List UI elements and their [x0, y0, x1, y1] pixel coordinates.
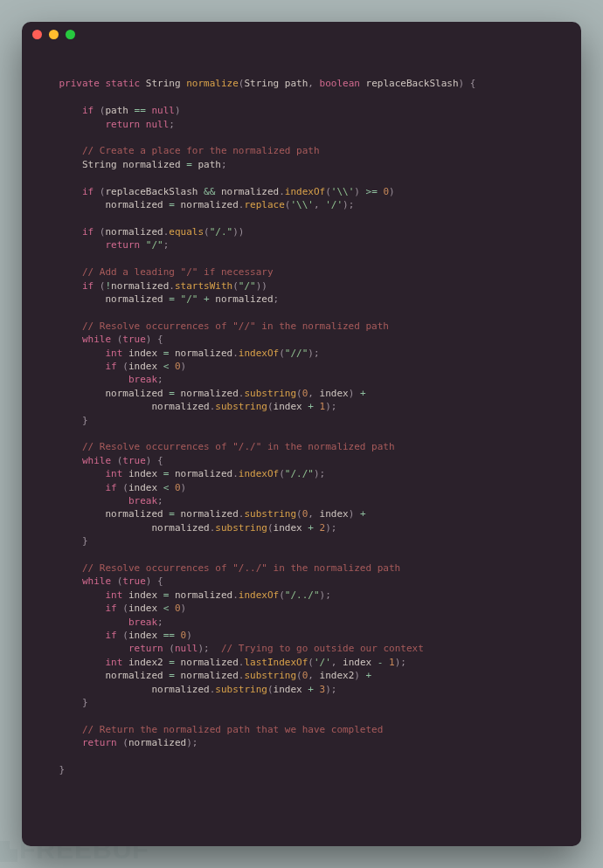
code-token-pun: [175, 388, 181, 399]
code-token-type: String: [82, 159, 117, 170]
code-token-pun: (: [296, 508, 302, 520]
code-token-id: normalized: [122, 159, 180, 170]
code-line: // Resolve occurrences of "/./" in the n…: [36, 440, 567, 453]
code-token-pun: [36, 737, 82, 748]
code-line: // Add a leading "/" if necessary: [36, 265, 567, 279]
code-line: [36, 171, 567, 184]
code-token-pun: [360, 78, 366, 89]
code-token-kw: true: [122, 334, 146, 345]
code-token-id: index: [343, 657, 371, 668]
code-token-id: normalized: [105, 293, 163, 305]
code-token-fn: substring: [244, 670, 296, 681]
code-token-pun: );: [325, 401, 336, 412]
code-token-str: "//": [285, 348, 308, 359]
code-token-pun: [36, 670, 105, 681]
code-token-pun: [314, 684, 320, 695]
code-token-pun: (: [308, 657, 314, 668]
code-token-pun: [169, 603, 175, 614]
code-line: if (normalized.equals("/.")): [36, 225, 567, 238]
code-line: // Resolve occurrences of "/../" in the …: [36, 561, 567, 575]
code-token-pun: [36, 78, 59, 89]
code-token-pun: ) {: [459, 78, 476, 89]
code-token-pun: [36, 334, 82, 345]
code-token-pun: );: [320, 589, 331, 601]
code-token-pun: [36, 684, 151, 695]
code-token-pun: (: [267, 401, 274, 412]
code-line: [36, 64, 567, 77]
code-token-type: String: [146, 78, 181, 89]
code-line: int index2 = normalized.lastIndexOf('/',…: [36, 656, 567, 669]
code-token-pun: ): [186, 630, 192, 641]
code-token-pun: (: [94, 105, 105, 116]
code-token-fn: indexOf: [285, 186, 325, 197]
code-token-num: 1: [389, 657, 395, 668]
code-token-pun: [140, 119, 146, 130]
code-token-pun: [122, 657, 128, 668]
code-token-num: 0: [175, 361, 181, 372]
code-token-kw: break: [128, 495, 157, 506]
code-token-cmt: // Add a leading "/" if necessary: [82, 266, 274, 278]
code-token-pun: [36, 522, 151, 534]
code-token-op: +: [308, 684, 314, 695]
code-line: while (true) {: [36, 575, 567, 588]
code-token-pun: [175, 508, 181, 520]
code-token-pun: (: [279, 348, 285, 359]
code-token-pun: [36, 603, 105, 614]
code-token-id: normalized: [111, 280, 169, 292]
code-token-pun: [157, 482, 163, 493]
code-token-op: +: [360, 388, 366, 399]
code-token-kw: true: [122, 455, 146, 466]
code-token-pun: ): [354, 670, 365, 681]
close-icon[interactable]: [32, 30, 42, 39]
code-token-id: index: [128, 603, 157, 614]
code-token-pun: [36, 495, 128, 506]
code-token-kw: static: [105, 78, 140, 89]
window-titlebar: [22, 22, 581, 46]
code-line: normalized = normalized.substring(0, ind…: [36, 669, 567, 682]
code-token-pun: (: [325, 186, 331, 197]
code-token-pun: (: [232, 280, 239, 292]
code-token-pun: [36, 617, 128, 628]
code-token-kw: while: [82, 334, 111, 345]
code-line: return (normalized);: [36, 736, 567, 749]
code-token-pun: [36, 388, 105, 399]
code-token-op: ==: [163, 630, 175, 641]
code-token-pun: ): [181, 482, 187, 493]
code-token-cmt: // Create a place for the normalized pat…: [82, 145, 320, 156]
code-token-pun: [36, 401, 151, 412]
code-token-str: "/": [181, 293, 198, 305]
code-token-id: normalized: [128, 737, 186, 748]
code-token-pun: );: [395, 657, 406, 668]
code-token-pun: (: [111, 455, 122, 466]
code-token-pun: [175, 657, 181, 668]
code-token-pun: ): [181, 361, 187, 372]
code-token-kw: int: [105, 589, 122, 601]
code-token-pun: ) {: [146, 455, 163, 466]
code-token-kw: if: [105, 361, 116, 372]
code-token-id: index2: [320, 670, 355, 681]
page-stage: FREEBUF private static String normalize(…: [0, 0, 603, 868]
code-line: // Return the normalized path that we ha…: [36, 723, 567, 736]
code-token-id: normalized: [175, 348, 232, 359]
code-token-pun: [36, 643, 128, 654]
minimize-icon[interactable]: [49, 30, 59, 39]
code-token-pun: )): [232, 226, 244, 238]
code-token-kw: break: [128, 374, 157, 385]
code-token-op: =: [169, 388, 175, 399]
code-line: return (null); // Trying to go outside o…: [36, 642, 567, 655]
zoom-icon[interactable]: [66, 30, 75, 39]
code-token-op: +: [308, 522, 314, 534]
code-token-pun: [140, 239, 146, 251]
code-line: [36, 91, 567, 104]
code-token-pun: [175, 293, 181, 305]
code-token-id: replaceBackSlash: [105, 186, 198, 197]
code-token-pun: (: [296, 388, 302, 399]
code-token-kw: if: [82, 105, 94, 116]
code-token-pun: [314, 522, 320, 534]
code-line: normalized = "/" + normalized;: [36, 293, 567, 306]
code-token-pun: ,: [308, 670, 319, 681]
code-token-pun: [169, 468, 175, 479]
code-token-fn: equals: [169, 226, 204, 238]
code-token-op: =: [186, 159, 192, 170]
code-token-str: '/': [325, 199, 343, 210]
